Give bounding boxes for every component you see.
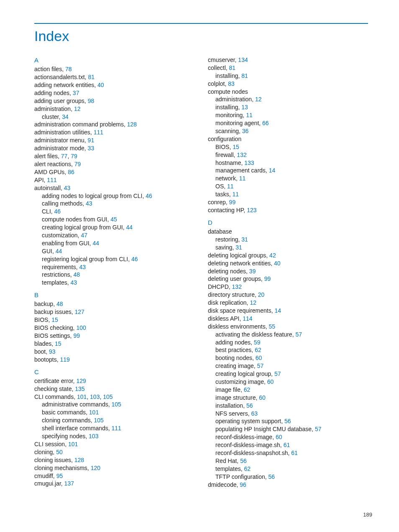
- page-link[interactable]: 133: [244, 159, 254, 166]
- page-link[interactable]: 60: [259, 394, 266, 401]
- page-link[interactable]: 111: [47, 177, 56, 183]
- page-link[interactable]: 44: [92, 240, 99, 247]
- page-link[interactable]: 96: [240, 481, 246, 488]
- page-link[interactable]: 60: [256, 355, 262, 361]
- page-link[interactable]: 59: [254, 339, 261, 346]
- page-link[interactable]: 61: [291, 450, 298, 456]
- page-link[interactable]: 48: [56, 301, 63, 307]
- page-link[interactable]: 31: [241, 236, 248, 243]
- page-link[interactable]: 14: [275, 307, 281, 314]
- page-link[interactable]: 77: [61, 153, 68, 159]
- page-link[interactable]: 44: [126, 224, 133, 231]
- page-link[interactable]: 60: [267, 378, 274, 385]
- page-link[interactable]: 132: [232, 283, 242, 290]
- page-link[interactable]: 57: [274, 370, 281, 377]
- page-link[interactable]: 46: [131, 256, 138, 262]
- page-link[interactable]: 13: [241, 104, 248, 111]
- page-link[interactable]: 128: [127, 121, 137, 128]
- page-link[interactable]: 101: [68, 441, 78, 447]
- page-link[interactable]: 57: [257, 362, 264, 369]
- page-link[interactable]: 119: [60, 356, 70, 363]
- page-link[interactable]: 135: [75, 386, 84, 392]
- page-link[interactable]: 56: [269, 473, 275, 480]
- page-link[interactable]: 111: [112, 425, 121, 432]
- page-link[interactable]: 56: [240, 457, 247, 464]
- page-link[interactable]: 105: [112, 401, 121, 408]
- page-link[interactable]: 93: [49, 348, 56, 355]
- page-link[interactable]: 55: [269, 323, 276, 330]
- page-link[interactable]: 105: [103, 393, 113, 400]
- page-link[interactable]: 11: [239, 175, 246, 182]
- page-link[interactable]: 129: [76, 378, 86, 384]
- page-link[interactable]: 12: [250, 299, 256, 306]
- page-link[interactable]: 86: [68, 169, 74, 175]
- page-link[interactable]: 45: [110, 216, 117, 223]
- page-link[interactable]: 57: [315, 426, 322, 432]
- page-link[interactable]: 15: [55, 340, 61, 347]
- page-link[interactable]: 103: [90, 393, 100, 400]
- page-link[interactable]: 11: [227, 183, 234, 190]
- page-link[interactable]: 61: [284, 442, 290, 448]
- page-link[interactable]: 83: [228, 80, 235, 87]
- page-link[interactable]: 123: [247, 207, 256, 213]
- page-link[interactable]: 101: [77, 393, 87, 400]
- page-link[interactable]: 40: [97, 82, 104, 88]
- page-link[interactable]: 15: [233, 144, 239, 150]
- page-link[interactable]: 128: [74, 457, 84, 463]
- page-link[interactable]: 34: [62, 113, 69, 120]
- page-link[interactable]: 95: [56, 473, 63, 479]
- page-link[interactable]: 31: [235, 244, 242, 251]
- page-link[interactable]: 12: [74, 105, 81, 112]
- page-link[interactable]: 81: [88, 74, 95, 80]
- page-link[interactable]: 43: [86, 200, 92, 207]
- page-link[interactable]: 98: [88, 98, 95, 104]
- page-link[interactable]: 127: [75, 308, 84, 315]
- page-link[interactable]: 11: [246, 112, 253, 118]
- page-link[interactable]: 79: [74, 161, 81, 167]
- page-link[interactable]: 39: [249, 268, 256, 275]
- page-link[interactable]: 43: [64, 185, 71, 191]
- page-link[interactable]: 63: [251, 410, 258, 417]
- page-link[interactable]: 47: [81, 232, 87, 239]
- page-link[interactable]: 33: [88, 145, 95, 152]
- page-link[interactable]: 12: [255, 96, 262, 103]
- page-link[interactable]: 46: [146, 193, 152, 199]
- page-link[interactable]: 60: [276, 434, 282, 440]
- page-link[interactable]: 99: [73, 332, 80, 339]
- page-link[interactable]: 99: [229, 199, 236, 206]
- page-link[interactable]: 57: [295, 331, 302, 338]
- page-link[interactable]: 50: [56, 449, 63, 455]
- page-link[interactable]: 36: [242, 128, 249, 134]
- page-link[interactable]: 11: [232, 191, 239, 198]
- page-link[interactable]: 40: [274, 260, 281, 267]
- page-link[interactable]: 62: [255, 347, 261, 353]
- page-link[interactable]: 14: [269, 167, 276, 174]
- page-link[interactable]: 81: [229, 64, 236, 71]
- page-link[interactable]: 103: [89, 433, 98, 439]
- page-link[interactable]: 43: [70, 279, 77, 286]
- page-link[interactable]: 137: [64, 480, 74, 487]
- page-link[interactable]: 56: [246, 402, 253, 409]
- page-link[interactable]: 134: [238, 57, 248, 63]
- page-link[interactable]: 15: [51, 316, 58, 323]
- page-link[interactable]: 62: [244, 465, 251, 472]
- page-link[interactable]: 114: [243, 315, 252, 322]
- page-link[interactable]: 37: [73, 90, 79, 96]
- page-link[interactable]: 20: [258, 291, 265, 298]
- page-link[interactable]: 78: [65, 66, 72, 72]
- page-link[interactable]: 46: [54, 208, 61, 215]
- page-link[interactable]: 105: [94, 417, 104, 424]
- page-link[interactable]: 100: [76, 324, 86, 331]
- page-link[interactable]: 48: [73, 271, 80, 278]
- page-link[interactable]: 62: [244, 386, 251, 393]
- page-link[interactable]: 44: [56, 248, 62, 254]
- page-link[interactable]: 79: [71, 153, 77, 159]
- page-link[interactable]: 111: [94, 129, 103, 136]
- page-link[interactable]: 56: [284, 418, 291, 424]
- page-link[interactable]: 101: [89, 409, 99, 416]
- page-link[interactable]: 81: [241, 72, 248, 79]
- page-link[interactable]: 132: [237, 152, 246, 158]
- page-link[interactable]: 120: [91, 465, 100, 471]
- page-link[interactable]: 66: [262, 120, 269, 126]
- page-link[interactable]: 43: [79, 264, 86, 270]
